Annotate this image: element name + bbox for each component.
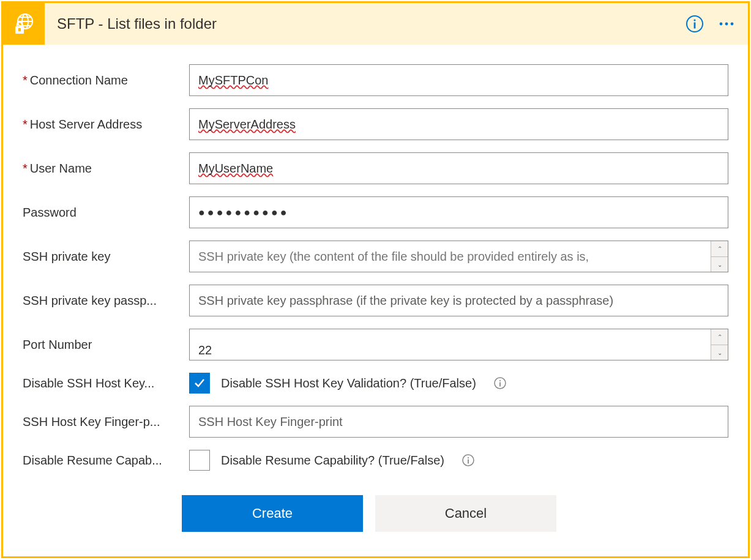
- ssh-key-up-icon[interactable]: ⌃: [711, 241, 728, 256]
- disable-host-key-info-icon[interactable]: [493, 376, 507, 390]
- port-label: Port Number: [23, 338, 189, 352]
- cancel-button[interactable]: Cancel: [375, 495, 556, 532]
- svg-rect-9: [694, 23, 696, 29]
- disable-resume-text: Disable Resume Capability? (True/False): [221, 454, 444, 468]
- svg-point-8: [693, 19, 695, 21]
- ssh-key-label: SSH private key: [23, 250, 189, 264]
- disable-host-key-label: Disable SSH Host Key...: [23, 376, 189, 390]
- svg-point-11: [725, 23, 728, 26]
- ssh-passphrase-input[interactable]: [189, 285, 728, 316]
- ssh-key-input[interactable]: ⌃ ⌄: [189, 241, 728, 272]
- port-input[interactable]: 22 ⌃ ⌄: [189, 329, 728, 360]
- user-name-input[interactable]: MyUserName: [189, 152, 728, 184]
- info-icon[interactable]: [686, 15, 704, 33]
- fingerprint-label: SSH Host Key Finger-p...: [23, 415, 189, 429]
- svg-rect-15: [499, 383, 501, 387]
- more-icon[interactable]: [717, 15, 736, 33]
- svg-point-17: [468, 457, 469, 458]
- user-name-label: *User Name: [23, 162, 189, 176]
- sftp-connection-card: SFTP - List files in folder *Connection …: [1, 1, 750, 558]
- password-input[interactable]: ●●●●●●●●●●: [189, 196, 728, 228]
- card-header: SFTP - List files in folder: [3, 3, 748, 45]
- form-body: *Connection Name MySFTPCon *Host Server …: [3, 45, 748, 556]
- host-input[interactable]: MyServerAddress: [189, 108, 728, 140]
- ssh-passphrase-label: SSH private key passp...: [23, 294, 189, 308]
- connection-name-input[interactable]: MySFTPCon: [189, 64, 728, 96]
- password-label: Password: [23, 206, 189, 220]
- port-field[interactable]: 22: [190, 329, 711, 360]
- fingerprint-input[interactable]: [189, 406, 728, 438]
- disable-resume-checkbox[interactable]: [189, 450, 210, 471]
- disable-resume-label: Disable Resume Capab...: [23, 454, 189, 468]
- host-label: *Host Server Address: [23, 118, 189, 132]
- port-down-icon[interactable]: ⌄: [711, 345, 728, 360]
- disable-host-key-checkbox[interactable]: [189, 373, 210, 394]
- svg-point-12: [731, 23, 734, 26]
- port-up-icon[interactable]: ⌃: [711, 329, 728, 345]
- ssh-key-field[interactable]: [190, 241, 711, 272]
- card-title: SFTP - List files in folder: [45, 15, 686, 32]
- svg-rect-18: [468, 460, 469, 464]
- connection-name-label: *Connection Name: [23, 73, 189, 88]
- disable-resume-info-icon[interactable]: [461, 454, 475, 467]
- ssh-key-down-icon[interactable]: ⌄: [711, 256, 728, 272]
- svg-rect-6: [18, 28, 21, 31]
- svg-point-14: [499, 380, 501, 381]
- disable-host-key-text: Disable SSH Host Key Validation? (True/F…: [221, 376, 476, 390]
- sftp-connector-icon: [3, 3, 45, 45]
- svg-point-10: [720, 23, 723, 26]
- create-button[interactable]: Create: [182, 495, 363, 532]
